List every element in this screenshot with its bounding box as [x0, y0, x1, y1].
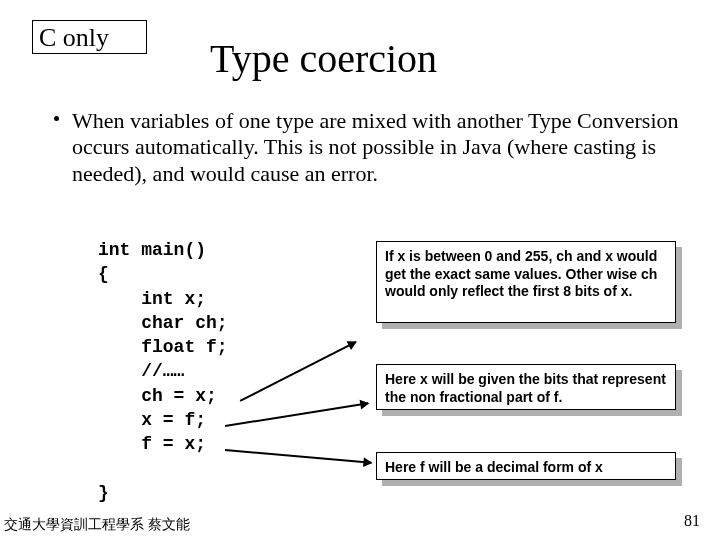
bullet-text: When variables of one type are mixed wit… [72, 108, 679, 186]
arrow-icon [240, 341, 357, 401]
page-number: 81 [684, 512, 700, 530]
arrow-icon [225, 449, 372, 463]
bullet-dot [54, 116, 59, 121]
slide-title: Type coercion [210, 35, 437, 82]
footer-text: 交通大學資訓工程學系 蔡文能 [4, 516, 190, 534]
note-box-1: If x is between 0 and 255, ch and x woul… [376, 241, 676, 323]
arrow-icon [225, 402, 368, 426]
code-block: int main() { int x; char ch; float f; //… [98, 238, 228, 505]
main-bullet: When variables of one type are mixed wit… [72, 108, 680, 187]
note-box-3: Here f will be a decimal form of x [376, 452, 676, 480]
language-badge: C only [32, 20, 147, 54]
note-box-2: Here x will be given the bits that repre… [376, 364, 676, 410]
